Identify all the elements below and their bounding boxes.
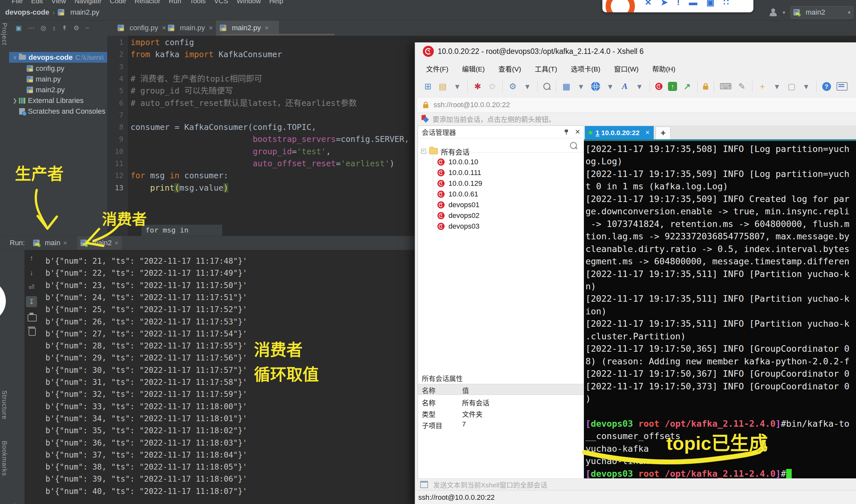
layout-icon[interactable]: ▦ <box>562 82 571 92</box>
menu-navigate[interactable]: Navigate <box>74 0 101 4</box>
menu-file[interactable]: File <box>12 0 23 4</box>
collapse-expander-icon[interactable] <box>421 149 426 154</box>
session-item-devops01[interactable]: devops01 <box>418 199 603 210</box>
rec-bar-icon[interactable]: ▬ <box>689 0 697 7</box>
clear-output-icon[interactable] <box>29 328 36 336</box>
menu-vcs[interactable]: VCS <box>214 0 228 4</box>
menu-edit[interactable]: Edit <box>31 0 43 4</box>
session-item-devops03[interactable]: devops03 <box>418 221 603 232</box>
xshell-icon[interactable] <box>655 83 662 90</box>
stripe-bookmarks-button[interactable]: Bookmarks <box>1 441 8 476</box>
session-item-10-0-0-10[interactable]: 10.0.0.10 <box>418 157 603 167</box>
collapse-all-icon[interactable]: ↟ <box>62 24 67 32</box>
soft-wrap-icon[interactable]: ⏎ <box>24 283 39 292</box>
rerun-button[interactable]: ↻ <box>9 502 24 504</box>
layout-dropdown-icon[interactable]: ▾ <box>576 82 586 92</box>
session-item-10-0-0-111[interactable]: 10.0.0.111 <box>418 167 603 178</box>
expand-all-icon[interactable]: ↕ <box>52 24 55 32</box>
xshell-titlebar[interactable]: 10.0.0.20:22 - root@devops03:/opt/kafka_… <box>415 42 856 60</box>
menu-view[interactable]: View <box>51 0 66 4</box>
pin-panel-icon[interactable] <box>564 129 570 135</box>
editor-tab-main-py[interactable]: main.py✕ <box>164 20 219 36</box>
rec-more-icon[interactable]: ∷ <box>724 0 729 7</box>
xshell-menu-T[interactable]: 工具(T) <box>535 64 557 73</box>
menu-window[interactable]: Window <box>236 0 261 4</box>
hide-panel-icon[interactable]: − <box>85 24 89 32</box>
tree-item-main2-py[interactable]: main2.py <box>9 85 107 95</box>
open-session-icon[interactable]: ▤ <box>438 82 447 92</box>
user-dropdown-icon[interactable]: ▾ <box>783 10 785 16</box>
close-tab-icon[interactable]: ✕ <box>114 240 119 246</box>
menu-run[interactable]: Run <box>169 0 181 4</box>
editor-tab-config-py[interactable]: config.py✕ <box>114 20 167 36</box>
highlight-pen-icon[interactable]: ✎ <box>737 82 747 92</box>
user-icon[interactable] <box>769 8 778 17</box>
lock-icon[interactable] <box>703 86 708 90</box>
menu-tools[interactable]: Tools <box>190 0 206 4</box>
scroll-to-end-icon[interactable]: ↧ <box>24 298 39 306</box>
new-folder-dropdown-icon[interactable]: ▾ <box>772 82 782 92</box>
terminal-settings-icon[interactable]: ⚙ <box>508 82 517 92</box>
run-tab-main[interactable]: main✕ <box>30 236 70 250</box>
settings-icon[interactable]: ⚙ <box>73 24 79 32</box>
menu-help[interactable]: Help <box>269 0 283 4</box>
run-configuration-selector[interactable]: main2 ▾ <box>790 6 853 19</box>
new-tab-button[interactable]: + <box>656 127 671 140</box>
tree-item-devops-code[interactable]: ∨devops-codeC:\Users\ <box>9 52 107 63</box>
terminal-screen[interactable]: [2022-11-17 19:17:35,508] INFO [Log part… <box>584 141 856 478</box>
tree-item-scratches-and-consoles[interactable]: Scratches and Consoles <box>9 106 107 116</box>
locate-icon[interactable]: ◎ <box>40 24 46 32</box>
run-tab-main2[interactable]: main2✕ <box>77 236 122 250</box>
stripe-structure-button[interactable]: Structure <box>1 390 8 419</box>
session-item-10-0-0-61[interactable]: 10.0.0.61 <box>418 189 603 199</box>
menu-code[interactable]: Code <box>110 0 126 4</box>
up-stacktrace-icon[interactable]: ↑ <box>24 254 39 263</box>
select-opened-file-icon[interactable]: ▣ <box>16 24 22 32</box>
xshell-menu-W[interactable]: 窗口(W) <box>614 64 639 73</box>
run-console-output[interactable]: b'{"num": 21, "ts": "2022-11-17 11:17:48… <box>46 249 279 504</box>
breadcrumb-project[interactable]: devops-code <box>5 8 49 17</box>
close-panel-icon[interactable]: ✕ <box>575 128 580 136</box>
help-icon[interactable]: ? <box>822 82 831 91</box>
xshell-menu-V[interactable]: 查看(V) <box>498 64 521 73</box>
chevron-icon[interactable]: ∨ <box>12 54 18 60</box>
xshell-menu-B[interactable]: 选项卡(B) <box>571 64 601 73</box>
chevron-icon[interactable]: ❯ <box>12 97 18 104</box>
xftp-icon[interactable]: ↑ <box>668 82 677 91</box>
rec-box-icon[interactable]: ▣ <box>706 0 714 7</box>
rec-close-icon[interactable]: ✕ <box>645 0 652 7</box>
xshell-menu-E[interactable]: 编辑(E) <box>462 64 485 73</box>
encoding-globe-icon[interactable] <box>591 82 600 91</box>
xshell-menu-H[interactable]: 帮助(H) <box>652 64 675 73</box>
close-tab-icon[interactable]: ✕ <box>209 25 213 32</box>
font-icon[interactable]: A <box>620 82 629 91</box>
search-icon[interactable] <box>543 83 550 90</box>
settings-dropdown-icon[interactable]: ▾ <box>523 82 532 92</box>
encoding-dropdown-icon[interactable]: ▾ <box>606 82 615 92</box>
close-tab-icon[interactable]: ✕ <box>264 25 269 32</box>
down-stacktrace-icon[interactable]: ↓ <box>24 269 39 277</box>
close-tab-icon[interactable]: ✕ <box>63 240 67 246</box>
session-root-folder[interactable]: 所有会话 <box>418 146 584 157</box>
new-folder-icon[interactable]: + <box>758 82 767 92</box>
tree-item-config-py[interactable]: config.py <box>9 63 107 74</box>
more-options-icon[interactable]: ⋯ <box>28 24 34 32</box>
session-properties-icon[interactable]: ✱ <box>473 82 482 92</box>
editor-tab-main2-py[interactable]: main2.py✕ <box>216 20 279 36</box>
editor-scrollbar[interactable] <box>221 34 335 35</box>
theme-dropdown-icon[interactable]: ▾ <box>802 82 811 92</box>
session-item-10-0-0-129[interactable]: 10.0.0.129 <box>418 178 603 189</box>
recorder-logo-icon[interactable] <box>606 0 635 12</box>
breadcrumb-file[interactable]: main2.py <box>70 8 99 17</box>
new-session-icon[interactable]: ⊞ <box>424 82 432 92</box>
feedback-icon[interactable] <box>837 82 848 91</box>
rec-alert-icon[interactable]: ! <box>677 0 680 7</box>
virtual-keyboard-icon[interactable]: ⌨ <box>719 82 732 92</box>
send-text-row[interactable]: 发送文本到当前Xshell窗口的全部会话 <box>415 478 856 490</box>
stripe-project-button[interactable]: Project <box>1 23 8 45</box>
session-item-devops02[interactable]: devops02 <box>418 210 603 221</box>
terminal-tab-active[interactable]: 1 10.0.0.20:22 ✕ <box>585 126 654 139</box>
theme-icon[interactable]: ▢ <box>787 82 796 92</box>
close-tab-icon[interactable]: ✕ <box>645 129 650 136</box>
font-dropdown-icon[interactable]: ▾ <box>635 82 644 92</box>
